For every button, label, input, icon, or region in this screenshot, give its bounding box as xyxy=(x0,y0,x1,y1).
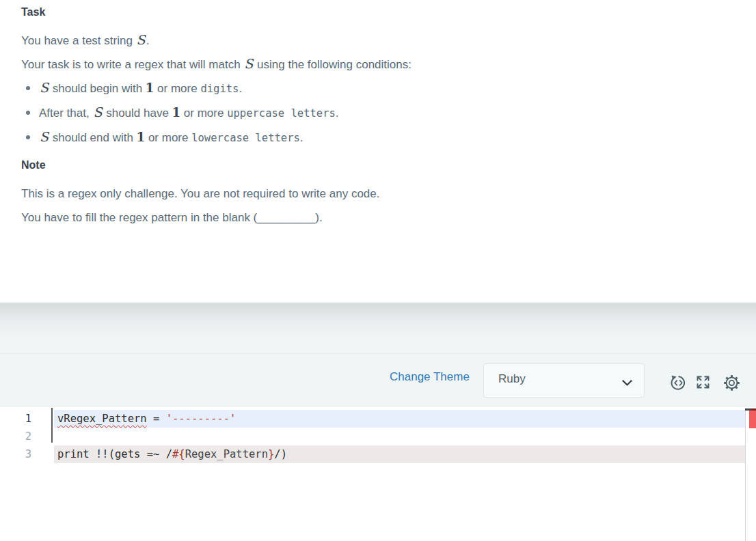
code-token-operator: = xyxy=(147,413,166,425)
code-token-interp-close: } xyxy=(268,448,274,460)
code-token-plain: /) xyxy=(274,448,287,460)
code-editor[interactable]: 1 2 3 vRegex_Pattern = '---------' print… xyxy=(0,406,756,541)
task-heading: Task xyxy=(21,4,45,20)
code-line-3[interactable]: print !!(gets =~ /#{Regex_Pattern}/) xyxy=(57,445,287,463)
blank-underscores: _________ xyxy=(257,211,315,224)
bullet-uppercase: After that, S should have 1 or more uppe… xyxy=(26,103,339,122)
bullet-dot xyxy=(26,86,30,90)
paragraph-note-1: This is a regex only challenge. You are … xyxy=(21,185,380,203)
bullet-dot xyxy=(26,135,30,139)
bullet-text: should begin with xyxy=(49,82,146,95)
math-var-s: S xyxy=(39,129,49,144)
code-token-plain: print !!(gets =~ / xyxy=(57,448,172,460)
p2-tail: using the following conditions: xyxy=(254,58,411,71)
problem-statement: Task You have a test string S. Your task… xyxy=(0,0,756,303)
code-token-variable: Regex_Pattern xyxy=(185,448,268,460)
bullet-text: or more xyxy=(145,131,191,144)
code-token-string: '---------' xyxy=(166,413,237,425)
language-select-value: Ruby xyxy=(498,372,526,386)
p1-text: You have a test string xyxy=(21,34,136,47)
paragraph-note-2: You have to fill the regex pattern in th… xyxy=(21,209,323,227)
line-number: 2 xyxy=(0,428,31,445)
scrollbar-track xyxy=(745,408,746,541)
bullet-text: should have xyxy=(103,107,172,120)
math-var-s: S xyxy=(243,56,254,71)
bullet-period: . xyxy=(239,82,242,95)
code-line-1[interactable]: vRegex_Pattern = '---------' xyxy=(57,410,236,428)
paragraph-task-intro: Your task is to write a regex that will … xyxy=(21,55,411,74)
editor-toolbar: Change Theme Ruby xyxy=(0,353,756,406)
bullet-period: . xyxy=(336,107,339,120)
code-token-interp-open: #{ xyxy=(172,448,185,460)
bullet-begin-digits: S should begin with 1 or more digits. xyxy=(26,79,242,98)
bullet-text: should end with xyxy=(49,131,137,144)
change-theme-link[interactable]: Change Theme xyxy=(390,370,470,384)
bullet-dot xyxy=(26,111,30,115)
note2-text: You have to fill the regex pattern in th… xyxy=(21,211,257,224)
math-var-s: S xyxy=(39,80,49,95)
inline-code-lowercase: lowercase letters xyxy=(191,132,300,144)
note-heading: Note xyxy=(21,157,46,174)
bullet-lowercase: S should end with 1 or more lowercase le… xyxy=(26,128,303,147)
inline-code-digits: digits xyxy=(200,83,239,95)
note2-tail: ). xyxy=(315,211,322,224)
settings-gear-icon[interactable] xyxy=(723,374,741,395)
paragraph-test-string: You have a test string S. xyxy=(21,31,149,50)
bullet-text: or more xyxy=(154,82,200,95)
math-num-1: 1 xyxy=(172,105,181,120)
math-var-s: S xyxy=(92,105,103,120)
line-number: 1 xyxy=(0,410,31,428)
fullscreen-icon[interactable] xyxy=(694,374,712,393)
text-cursor xyxy=(51,408,53,443)
line-number: 3 xyxy=(0,445,31,463)
inline-code-uppercase: uppercase letters xyxy=(227,107,336,120)
language-select[interactable]: Ruby xyxy=(483,363,645,398)
chevron-down-icon xyxy=(622,377,632,389)
code-token-variable: vRegex_Pattern xyxy=(57,413,147,425)
bullet-lead: After that, xyxy=(39,107,92,120)
math-num-1: 1 xyxy=(137,130,146,144)
bullet-text: or more xyxy=(180,107,227,120)
math-var-s: S xyxy=(136,32,146,47)
p2-text: Your task is to write a regex that will … xyxy=(21,58,243,71)
bullet-period: . xyxy=(300,131,303,144)
error-annotation-marker xyxy=(749,411,756,428)
reset-code-icon[interactable] xyxy=(669,374,688,395)
p1-period: . xyxy=(146,34,150,47)
math-num-1: 1 xyxy=(146,81,154,95)
pane-top-shadow xyxy=(0,303,756,353)
